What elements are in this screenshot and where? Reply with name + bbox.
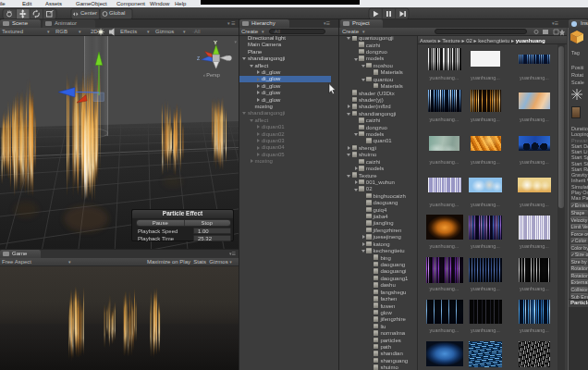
svg-text:‹ Persp: ‹ Persp bbox=[203, 72, 220, 78]
svg-text:Y: Y bbox=[214, 39, 217, 44]
svg-text:Z: Z bbox=[197, 56, 200, 61]
